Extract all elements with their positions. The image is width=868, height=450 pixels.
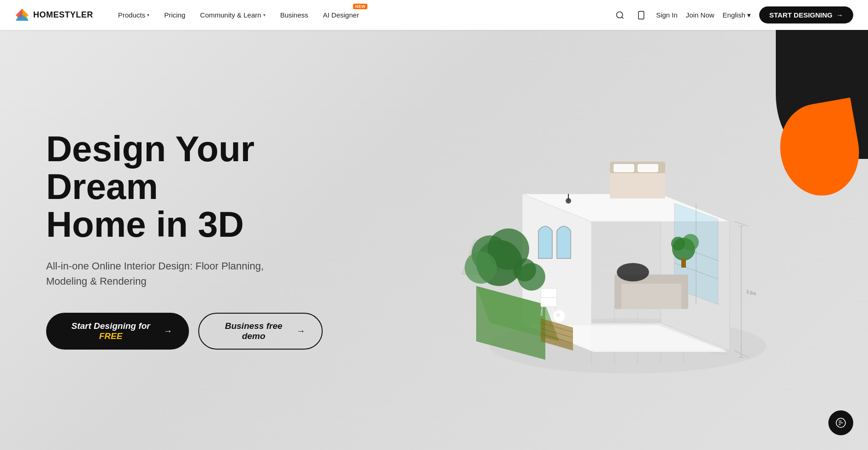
svg-rect-38 bbox=[681, 275, 688, 309]
nav-ai-designer[interactable]: AI Designer NEW bbox=[317, 7, 366, 23]
svg-rect-35 bbox=[614, 281, 688, 309]
chat-icon bbox=[835, 417, 846, 428]
nav-business[interactable]: Business bbox=[274, 7, 315, 23]
logo-link[interactable]: HOMESTYLER bbox=[15, 8, 93, 23]
nav-links: Products ▾ Pricing Community & Learn ▾ B… bbox=[112, 7, 614, 23]
svg-rect-34 bbox=[610, 173, 665, 199]
svg-rect-53 bbox=[541, 288, 557, 298]
nav-community[interactable]: Community & Learn ▾ bbox=[194, 7, 272, 23]
nav-right: Sign In Join Now English ▾ START DESIGNI… bbox=[614, 6, 853, 23]
language-selector[interactable]: English ▾ bbox=[723, 11, 751, 19]
hero-section: Design Your Dream Home in 3D All-in-one … bbox=[0, 30, 868, 450]
sign-in-link[interactable]: Sign In bbox=[656, 11, 678, 19]
device-button[interactable] bbox=[635, 9, 648, 22]
svg-point-49 bbox=[465, 251, 497, 284]
start-arrow-icon: → bbox=[836, 11, 843, 19]
svg-rect-5 bbox=[638, 11, 644, 19]
svg-point-42 bbox=[671, 237, 685, 251]
svg-text:3.5m: 3.5m bbox=[745, 289, 756, 296]
start-designing-button[interactable]: START DESIGNING → bbox=[759, 6, 853, 23]
svg-point-51 bbox=[513, 258, 536, 281]
svg-rect-33 bbox=[638, 164, 658, 172]
svg-point-60 bbox=[556, 313, 560, 317]
ai-new-badge: NEW bbox=[353, 4, 367, 9]
business-demo-button[interactable]: Business free demo → bbox=[198, 313, 323, 350]
svg-point-4 bbox=[617, 12, 623, 18]
start-designing-free-button[interactable]: Start Designing for FREE → bbox=[46, 313, 189, 350]
logo-text: HOMESTYLER bbox=[33, 10, 93, 20]
svg-point-39 bbox=[617, 263, 649, 281]
hero-content: Design Your Dream Home in 3D All-in-one … bbox=[0, 94, 369, 386]
house-3d-svg: 3.5m bbox=[453, 102, 776, 378]
navbar: HOMESTYLER Products ▾ Pricing Community … bbox=[0, 0, 868, 30]
join-now-link[interactable]: Join Now bbox=[686, 11, 714, 19]
svg-line-67 bbox=[734, 222, 748, 226]
primary-arrow-icon: → bbox=[164, 326, 172, 336]
language-chevron-icon: ▾ bbox=[747, 11, 751, 19]
free-text: FREE bbox=[99, 331, 123, 341]
svg-rect-43 bbox=[681, 258, 686, 268]
svg-rect-32 bbox=[614, 164, 634, 172]
community-chevron-icon: ▾ bbox=[263, 12, 266, 18]
svg-rect-37 bbox=[614, 275, 621, 309]
chat-widget[interactable] bbox=[828, 410, 853, 435]
products-chevron-icon: ▾ bbox=[147, 12, 149, 18]
logo-icon bbox=[15, 8, 30, 23]
secondary-arrow-icon: → bbox=[296, 326, 305, 336]
hero-3d-image: 3.5m bbox=[453, 102, 776, 378]
search-icon bbox=[615, 11, 625, 20]
nav-products[interactable]: Products ▾ bbox=[112, 7, 156, 23]
nav-pricing[interactable]: Pricing bbox=[158, 7, 192, 23]
hero-title: Design Your Dream Home in 3D bbox=[46, 130, 323, 244]
hero-subtitle: All-in-one Online Interior Design: Floor… bbox=[46, 258, 304, 289]
hero-buttons: Start Designing for FREE → Business free… bbox=[46, 313, 323, 350]
search-button[interactable] bbox=[614, 9, 626, 22]
device-icon bbox=[637, 11, 646, 20]
